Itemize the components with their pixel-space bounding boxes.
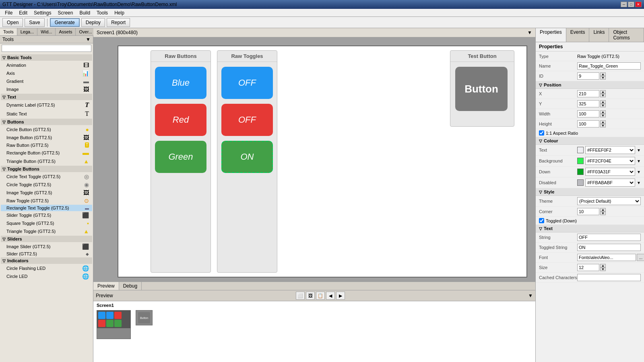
text-color-dropdown[interactable]: ▼ [637, 148, 641, 152]
tool-slider-toggle[interactable]: Slider Toggle (GTT2.5)⬛ [1, 211, 92, 219]
panel-header-arrow[interactable]: ▼ [86, 37, 91, 42]
canvas-dropdown[interactable]: ▼ [527, 30, 532, 35]
canvas-area[interactable]: Raw Buttons Blue Red Green Raw Toggles O… [93, 37, 535, 282]
prop-id-input[interactable] [577, 72, 599, 80]
tool-circle-toggle[interactable]: Circle Toggle (GTT2.5)◉ [1, 181, 92, 189]
menu-file[interactable]: File [2, 9, 16, 16]
menu-settings[interactable]: Settings [31, 9, 54, 16]
menu-edit[interactable]: Edit [16, 9, 31, 16]
down-color-dropdown[interactable]: ▼ [637, 170, 641, 174]
prop-size-input[interactable] [577, 264, 599, 271]
section-text[interactable]: ▽Text [536, 225, 644, 232]
minimize-button[interactable]: ─ [621, 2, 627, 7]
prop-toggled-string-input[interactable] [577, 244, 641, 251]
tool-raw-toggle[interactable]: Raw Toggle (GTT2.5)⊙ [1, 197, 92, 205]
initial-state-label[interactable]: Toggled (Down) [546, 218, 577, 223]
id-spin-up[interactable]: ▲ [600, 72, 606, 76]
maximize-button[interactable]: □ [628, 2, 634, 7]
menu-screen[interactable]: Screen [54, 9, 76, 16]
tab-properties[interactable]: Properties [536, 28, 566, 42]
menu-tools[interactable]: Tools [93, 9, 111, 16]
preview-nav-right[interactable]: ▶ [336, 292, 345, 300]
aspect-ratio-checkbox[interactable] [539, 130, 544, 136]
section-style[interactable]: ▽Style [536, 188, 644, 196]
section-sliders[interactable]: ▽Sliders [1, 236, 92, 242]
tool-triangle-toggle[interactable]: Triangle Toggle (GTT2.5)▲ [1, 227, 92, 235]
canvas-btn-red[interactable]: Red [155, 104, 206, 136]
section-buttons[interactable]: ▽Buttons [1, 119, 92, 125]
prop-cached-chars-input[interactable] [577, 274, 641, 281]
section-basic-tools[interactable]: ▽Basic Tools [1, 54, 92, 61]
tab-events[interactable]: Events [566, 28, 590, 42]
tool-image-button[interactable]: Image Button (GTT2.5)🖼 [1, 134, 92, 142]
prop-name-input[interactable] [577, 62, 641, 70]
disabled-color-dropdown[interactable]: ▼ [637, 181, 641, 185]
size-spin-up[interactable]: ▲ [600, 264, 606, 267]
prop-string-input[interactable] [577, 234, 641, 241]
section-toggle-buttons[interactable]: ▽Toggle Buttons [1, 166, 92, 172]
tool-image-toggle[interactable]: Image Toggle (GTT2.5)🖼 [1, 189, 92, 197]
disabled-color-select[interactable]: #FFBABABF [585, 179, 635, 187]
tool-dynamic-label[interactable]: Dynamic Label (GTT2.5)T [1, 101, 92, 109]
section-text[interactable]: ▽Text [1, 94, 92, 100]
tab-lega[interactable]: Lega... [17, 28, 38, 35]
height-spin-up[interactable]: ▲ [600, 120, 606, 124]
tab-object-comms[interactable]: Object Comms [609, 28, 644, 42]
canvas-toggle-off2[interactable]: OFF [221, 104, 273, 136]
tab-debug[interactable]: Debug [119, 282, 142, 290]
section-colour[interactable]: ▽Colour [536, 137, 644, 145]
tab-tools[interactable]: Tools [0, 28, 17, 35]
prop-width-input[interactable] [577, 110, 599, 117]
x-spin-up[interactable]: ▲ [600, 90, 606, 94]
prop-height-input[interactable] [577, 120, 599, 128]
tool-gradient[interactable]: Gradient▬ [1, 77, 92, 85]
down-color-select[interactable]: #FF03A31F [585, 168, 635, 176]
tool-circle-text-toggle[interactable]: Circle Text Toggle (GTT2.5)◎ [1, 173, 92, 181]
tool-animation[interactable]: Animation🎞 [1, 61, 92, 69]
tool-circle-flashing-led[interactable]: Circle Flashing LED🌐 [1, 264, 92, 272]
id-spin-down[interactable]: ▼ [600, 76, 606, 80]
tool-image[interactable]: Image🖼 [1, 85, 92, 93]
tool-rectangle-text-toggle[interactable]: Rectangle Text Toggle (GTT2.5)▬ [1, 205, 92, 211]
tab-assets[interactable]: Assets [56, 28, 76, 35]
corner-spin-up[interactable]: ▲ [600, 208, 606, 212]
canvas-toggle-on[interactable]: ON [221, 141, 273, 173]
tool-axis[interactable]: Axis📊 [1, 69, 92, 77]
canvas-toggle-off1[interactable]: OFF [221, 67, 273, 99]
prop-font-browse-button[interactable]: ... [637, 254, 644, 261]
tool-static-text[interactable]: Static TextT [1, 109, 92, 118]
tool-square-toggle[interactable]: Square Toggle (GTT2.5)▪ [1, 219, 92, 227]
tool-circle-button[interactable]: Circle Button (GTT2.5)● [1, 125, 92, 134]
tool-image-slider[interactable]: Image Slider (GTT2.5)⬛ [1, 243, 92, 251]
width-spin-up[interactable]: ▲ [600, 110, 606, 114]
preview-dropdown[interactable]: ▼ [528, 293, 533, 298]
preview-tool-3[interactable]: 📋 [316, 292, 325, 300]
canvas-test-button[interactable]: Button [455, 67, 508, 111]
preview-tool-2[interactable]: 🖼 [306, 292, 315, 300]
prop-corner-input[interactable] [577, 208, 599, 215]
bg-color-dropdown[interactable]: ▼ [637, 159, 641, 163]
close-button[interactable]: ✕ [635, 2, 642, 7]
tab-preview[interactable]: Preview [93, 282, 119, 290]
tool-triangle-button[interactable]: Triangle Button (GTT2.5)▲ [1, 157, 92, 165]
menu-help[interactable]: Help [111, 9, 128, 16]
prop-theme-select[interactable]: (Project Default) [577, 197, 641, 205]
initial-state-checkbox[interactable] [539, 218, 544, 223]
preview-nav-left[interactable]: ◀ [326, 292, 335, 300]
generate-button[interactable]: Generate [50, 18, 80, 27]
tools-search-input[interactable] [2, 45, 91, 52]
preview-tool-1[interactable]: ⬜ [296, 292, 305, 300]
tab-over[interactable]: Over... [76, 28, 95, 35]
size-spin-down[interactable]: ▼ [600, 267, 606, 271]
prop-x-input[interactable] [577, 90, 599, 97]
corner-spin-down[interactable]: ▼ [600, 212, 606, 215]
section-indicators[interactable]: ▽Indicators [1, 257, 92, 264]
tool-slider[interactable]: Slider (GTT2.5)◆ [1, 251, 92, 257]
section-position[interactable]: ▽Position [536, 81, 644, 89]
menu-build[interactable]: Build [76, 9, 93, 16]
report-button[interactable]: Report [107, 18, 130, 27]
open-button[interactable]: Open [2, 18, 23, 27]
prop-y-input[interactable] [577, 100, 599, 107]
tool-circle-led[interactable]: Circle LED🌐 [1, 272, 92, 280]
height-spin-down[interactable]: ▼ [600, 124, 606, 128]
